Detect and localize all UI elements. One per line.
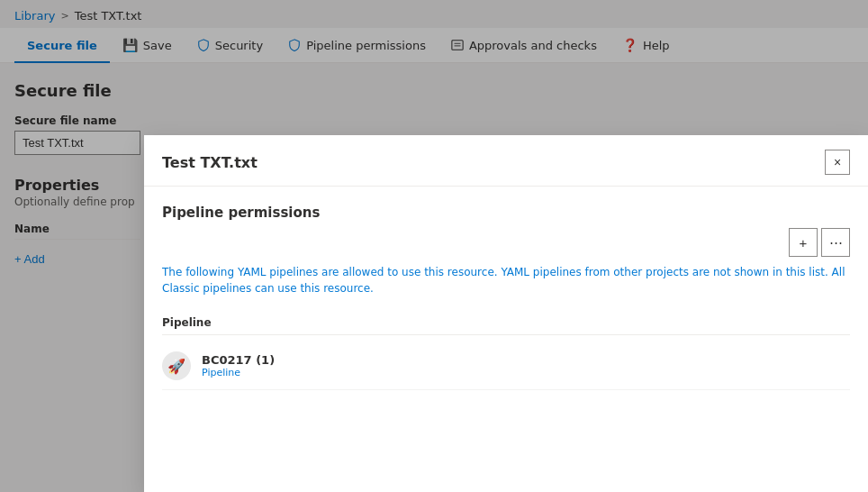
- pipeline-info: BC0217 (1) Pipeline: [202, 353, 275, 378]
- pipeline-permissions-description: The following YAML pipelines are allowed…: [162, 264, 850, 296]
- pipeline-type: Pipeline: [202, 367, 275, 378]
- pipeline-actions-wrapper: + ⋯: [162, 228, 850, 257]
- pipeline-permissions-title: Pipeline permissions: [162, 205, 850, 221]
- modal-close-button[interactable]: ×: [825, 150, 850, 175]
- add-pipeline-button[interactable]: +: [789, 228, 818, 257]
- modal-overlay: Test TXT.txt × Pipeline permissions + ⋯ …: [0, 0, 868, 492]
- modal-title: Test TXT.txt: [162, 154, 258, 171]
- pipeline-row: 🚀 BC0217 (1) Pipeline: [162, 342, 850, 390]
- pipeline-name: BC0217 (1): [202, 353, 275, 367]
- pipeline-permissions-modal: Test TXT.txt × Pipeline permissions + ⋯ …: [144, 135, 868, 492]
- modal-header: Test TXT.txt ×: [144, 135, 868, 187]
- pipeline-column-header: Pipeline: [162, 311, 850, 335]
- rocket-icon: 🚀: [167, 358, 185, 375]
- more-options-button[interactable]: ⋯: [821, 228, 850, 257]
- pipeline-avatar: 🚀: [162, 351, 191, 380]
- modal-body: Pipeline permissions + ⋯ The following Y…: [144, 187, 868, 492]
